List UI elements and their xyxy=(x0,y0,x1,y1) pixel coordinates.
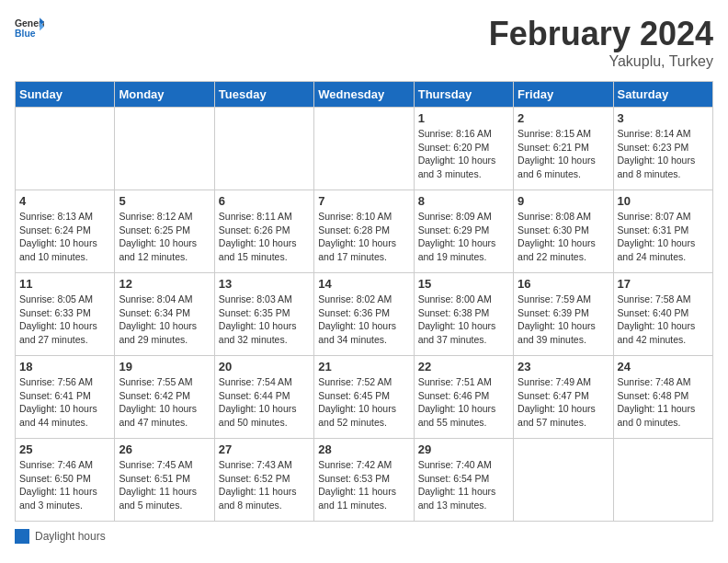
calendar-day-cell: 5Sunrise: 8:12 AM Sunset: 6:25 PM Daylig… xyxy=(115,190,214,273)
calendar-day-cell: 8Sunrise: 8:09 AM Sunset: 6:29 PM Daylig… xyxy=(414,190,513,273)
day-info: Sunrise: 7:59 AM Sunset: 6:39 PM Dayligh… xyxy=(518,293,609,347)
calendar-day-cell xyxy=(214,108,313,190)
calendar-day-cell xyxy=(16,108,115,190)
calendar-day-cell: 11Sunrise: 8:05 AM Sunset: 6:33 PM Dayli… xyxy=(16,273,115,356)
day-number: 25 xyxy=(19,442,110,456)
day-number: 6 xyxy=(219,194,310,208)
calendar-day-cell: 18Sunrise: 7:56 AM Sunset: 6:41 PM Dayli… xyxy=(16,356,115,439)
calendar-day-cell: 3Sunrise: 8:14 AM Sunset: 6:23 PM Daylig… xyxy=(613,108,712,190)
day-info: Sunrise: 7:55 AM Sunset: 6:42 PM Dayligh… xyxy=(119,375,210,430)
calendar-day-cell: 14Sunrise: 8:02 AM Sunset: 6:36 PM Dayli… xyxy=(314,273,414,356)
day-info: Sunrise: 7:54 AM Sunset: 6:44 PM Dayligh… xyxy=(219,375,310,430)
day-number: 26 xyxy=(119,442,210,456)
day-info: Sunrise: 7:58 AM Sunset: 6:40 PM Dayligh… xyxy=(618,293,709,347)
day-info: Sunrise: 7:43 AM Sunset: 6:52 PM Dayligh… xyxy=(219,458,310,512)
day-info: Sunrise: 8:02 AM Sunset: 6:36 PM Dayligh… xyxy=(318,293,409,347)
day-number: 19 xyxy=(119,360,210,373)
calendar-day-cell: 9Sunrise: 8:08 AM Sunset: 6:30 PM Daylig… xyxy=(514,190,613,273)
calendar-day-cell xyxy=(514,439,613,522)
calendar-header-cell: Thursday xyxy=(414,82,513,108)
calendar-header-cell: Tuesday xyxy=(214,82,313,108)
day-number: 15 xyxy=(418,277,509,291)
day-number: 29 xyxy=(418,442,509,456)
day-number: 27 xyxy=(219,442,310,456)
day-info: Sunrise: 8:09 AM Sunset: 6:29 PM Dayligh… xyxy=(418,210,509,264)
day-info: Sunrise: 7:45 AM Sunset: 6:51 PM Dayligh… xyxy=(119,458,210,512)
day-info: Sunrise: 8:05 AM Sunset: 6:33 PM Dayligh… xyxy=(19,293,110,347)
day-number: 11 xyxy=(19,277,110,291)
calendar-day-cell: 27Sunrise: 7:43 AM Sunset: 6:52 PM Dayli… xyxy=(214,439,313,522)
day-info: Sunrise: 8:13 AM Sunset: 6:24 PM Dayligh… xyxy=(19,210,110,264)
day-info: Sunrise: 8:07 AM Sunset: 6:31 PM Dayligh… xyxy=(618,210,709,264)
day-number: 22 xyxy=(418,360,509,373)
day-number: 17 xyxy=(618,277,709,291)
calendar-header-cell: Sunday xyxy=(16,82,115,108)
calendar-day-cell: 19Sunrise: 7:55 AM Sunset: 6:42 PM Dayli… xyxy=(115,356,214,439)
calendar-day-cell: 28Sunrise: 7:42 AM Sunset: 6:53 PM Dayli… xyxy=(314,439,414,522)
day-info: Sunrise: 7:46 AM Sunset: 6:50 PM Dayligh… xyxy=(19,458,110,512)
calendar-title: February 2024 xyxy=(489,15,713,53)
calendar-week-row: 18Sunrise: 7:56 AM Sunset: 6:41 PM Dayli… xyxy=(16,356,713,439)
svg-text:Blue: Blue xyxy=(15,29,36,39)
legend: Daylight hours xyxy=(15,529,713,544)
day-number: 3 xyxy=(618,111,709,125)
day-number: 18 xyxy=(19,360,110,373)
calendar-header-cell: Friday xyxy=(514,82,613,108)
title-area: February 2024 Yakuplu, Turkey xyxy=(489,15,713,70)
day-info: Sunrise: 7:51 AM Sunset: 6:46 PM Dayligh… xyxy=(418,375,509,430)
calendar-day-cell: 21Sunrise: 7:52 AM Sunset: 6:45 PM Dayli… xyxy=(314,356,414,439)
calendar-day-cell xyxy=(115,108,214,190)
logo-icon: General Blue xyxy=(15,15,44,44)
calendar-day-cell: 4Sunrise: 8:13 AM Sunset: 6:24 PM Daylig… xyxy=(16,190,115,273)
calendar-day-cell: 17Sunrise: 7:58 AM Sunset: 6:40 PM Dayli… xyxy=(613,273,712,356)
day-number: 1 xyxy=(418,111,509,125)
calendar-day-cell: 10Sunrise: 8:07 AM Sunset: 6:31 PM Dayli… xyxy=(613,190,712,273)
day-info: Sunrise: 8:08 AM Sunset: 6:30 PM Dayligh… xyxy=(518,210,609,264)
logo: General Blue xyxy=(15,15,44,44)
calendar-header-row: SundayMondayTuesdayWednesdayThursdayFrid… xyxy=(16,82,713,108)
day-number: 12 xyxy=(119,277,210,291)
calendar-day-cell: 20Sunrise: 7:54 AM Sunset: 6:44 PM Dayli… xyxy=(214,356,313,439)
day-number: 24 xyxy=(618,360,709,373)
day-info: Sunrise: 8:16 AM Sunset: 6:20 PM Dayligh… xyxy=(418,127,509,181)
calendar-day-cell: 29Sunrise: 7:40 AM Sunset: 6:54 PM Dayli… xyxy=(414,439,513,522)
day-info: Sunrise: 7:40 AM Sunset: 6:54 PM Dayligh… xyxy=(418,458,509,512)
calendar-day-cell: 26Sunrise: 7:45 AM Sunset: 6:51 PM Dayli… xyxy=(115,439,214,522)
day-number: 28 xyxy=(318,442,409,456)
legend-label: Daylight hours xyxy=(35,530,106,543)
day-info: Sunrise: 7:52 AM Sunset: 6:45 PM Dayligh… xyxy=(318,375,409,430)
calendar-table: SundayMondayTuesdayWednesdayThursdayFrid… xyxy=(15,81,713,522)
day-info: Sunrise: 7:49 AM Sunset: 6:47 PM Dayligh… xyxy=(518,375,609,430)
calendar-day-cell: 16Sunrise: 7:59 AM Sunset: 6:39 PM Dayli… xyxy=(514,273,613,356)
day-number: 20 xyxy=(219,360,310,373)
day-info: Sunrise: 8:10 AM Sunset: 6:28 PM Dayligh… xyxy=(318,210,409,264)
calendar-day-cell: 15Sunrise: 8:00 AM Sunset: 6:38 PM Dayli… xyxy=(414,273,513,356)
day-info: Sunrise: 7:56 AM Sunset: 6:41 PM Dayligh… xyxy=(19,375,110,430)
day-number: 16 xyxy=(518,277,609,291)
calendar-day-cell xyxy=(314,108,414,190)
day-number: 5 xyxy=(119,194,210,208)
day-info: Sunrise: 7:42 AM Sunset: 6:53 PM Dayligh… xyxy=(318,458,409,512)
day-number: 10 xyxy=(618,194,709,208)
calendar-day-cell: 12Sunrise: 8:04 AM Sunset: 6:34 PM Dayli… xyxy=(115,273,214,356)
day-number: 13 xyxy=(219,277,310,291)
calendar-day-cell: 1Sunrise: 8:16 AM Sunset: 6:20 PM Daylig… xyxy=(414,108,513,190)
calendar-week-row: 25Sunrise: 7:46 AM Sunset: 6:50 PM Dayli… xyxy=(16,439,713,522)
calendar-day-cell: 2Sunrise: 8:15 AM Sunset: 6:21 PM Daylig… xyxy=(514,108,613,190)
day-info: Sunrise: 7:48 AM Sunset: 6:48 PM Dayligh… xyxy=(618,375,709,430)
day-info: Sunrise: 8:00 AM Sunset: 6:38 PM Dayligh… xyxy=(418,293,509,347)
day-number: 7 xyxy=(318,194,409,208)
day-info: Sunrise: 8:15 AM Sunset: 6:21 PM Dayligh… xyxy=(518,127,609,181)
day-info: Sunrise: 8:03 AM Sunset: 6:35 PM Dayligh… xyxy=(219,293,310,347)
day-number: 14 xyxy=(318,277,409,291)
calendar-day-cell: 13Sunrise: 8:03 AM Sunset: 6:35 PM Dayli… xyxy=(214,273,313,356)
calendar-header-cell: Monday xyxy=(115,82,214,108)
calendar-week-row: 4Sunrise: 8:13 AM Sunset: 6:24 PM Daylig… xyxy=(16,190,713,273)
day-number: 23 xyxy=(518,360,609,373)
day-info: Sunrise: 8:12 AM Sunset: 6:25 PM Dayligh… xyxy=(119,210,210,264)
calendar-location: Yakuplu, Turkey xyxy=(489,53,713,70)
day-info: Sunrise: 8:14 AM Sunset: 6:23 PM Dayligh… xyxy=(618,127,709,181)
calendar-day-cell: 22Sunrise: 7:51 AM Sunset: 6:46 PM Dayli… xyxy=(414,356,513,439)
day-number: 9 xyxy=(518,194,609,208)
day-number: 4 xyxy=(19,194,110,208)
